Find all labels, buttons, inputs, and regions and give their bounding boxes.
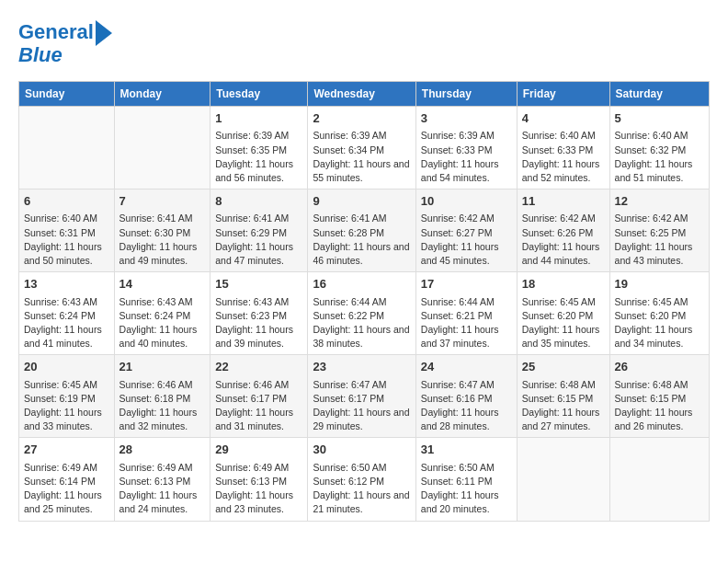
day-info: Sunrise: 6:39 AMSunset: 6:33 PMDaylight:…: [421, 129, 512, 185]
day-cell: 19Sunrise: 6:45 AMSunset: 6:20 PMDayligh…: [609, 272, 709, 355]
day-info: Sunrise: 6:40 AMSunset: 6:33 PMDaylight:…: [522, 129, 605, 185]
day-info: Sunrise: 6:41 AMSunset: 6:30 PMDaylight:…: [119, 212, 206, 268]
day-info: Sunrise: 6:47 AMSunset: 6:16 PMDaylight:…: [421, 378, 512, 434]
page-header: General Blue: [18, 18, 710, 66]
day-number: 15: [215, 276, 302, 293]
day-cell: 23Sunrise: 6:47 AMSunset: 6:17 PMDayligh…: [308, 355, 415, 438]
day-number: 29: [215, 442, 302, 458]
day-info: Sunrise: 6:46 AMSunset: 6:17 PMDaylight:…: [215, 378, 302, 434]
day-info: Sunrise: 6:40 AMSunset: 6:31 PMDaylight:…: [24, 212, 109, 268]
day-cell: 4Sunrise: 6:40 AMSunset: 6:33 PMDaylight…: [517, 107, 609, 190]
day-number: 27: [24, 442, 109, 458]
day-cell: 17Sunrise: 6:44 AMSunset: 6:21 PMDayligh…: [415, 272, 517, 355]
week-row-1: 6Sunrise: 6:40 AMSunset: 6:31 PMDaylight…: [19, 190, 710, 272]
day-number: 31: [421, 442, 512, 458]
day-number: 1: [215, 110, 302, 127]
day-info: Sunrise: 6:45 AMSunset: 6:19 PMDaylight:…: [24, 378, 109, 434]
day-cell: 22Sunrise: 6:46 AMSunset: 6:17 PMDayligh…: [210, 355, 308, 438]
day-info: Sunrise: 6:42 AMSunset: 6:27 PMDaylight:…: [421, 212, 512, 268]
day-info: Sunrise: 6:43 AMSunset: 6:23 PMDaylight:…: [215, 295, 302, 351]
week-row-0: 1Sunrise: 6:39 AMSunset: 6:35 PMDaylight…: [19, 107, 710, 190]
day-number: 4: [522, 110, 605, 127]
day-cell: 28Sunrise: 6:49 AMSunset: 6:13 PMDayligh…: [114, 438, 210, 521]
logo: General Blue: [18, 18, 112, 66]
day-cell: 11Sunrise: 6:42 AMSunset: 6:26 PMDayligh…: [517, 190, 609, 272]
day-number: 17: [421, 276, 512, 293]
day-number: 26: [615, 359, 704, 375]
week-row-4: 27Sunrise: 6:49 AMSunset: 6:14 PMDayligh…: [19, 438, 710, 521]
day-cell: [114, 107, 210, 190]
day-cell: 14Sunrise: 6:43 AMSunset: 6:24 PMDayligh…: [114, 272, 210, 355]
day-number: 28: [119, 442, 206, 458]
day-cell: 7Sunrise: 6:41 AMSunset: 6:30 PMDaylight…: [114, 190, 210, 272]
day-info: Sunrise: 6:45 AMSunset: 6:20 PMDaylight:…: [522, 295, 605, 351]
day-cell: 6Sunrise: 6:40 AMSunset: 6:31 PMDaylight…: [19, 190, 115, 272]
header-monday: Monday: [114, 82, 210, 107]
day-info: Sunrise: 6:47 AMSunset: 6:17 PMDaylight:…: [313, 378, 410, 434]
day-cell: 18Sunrise: 6:45 AMSunset: 6:20 PMDayligh…: [517, 272, 609, 355]
day-number: 11: [522, 193, 605, 210]
day-cell: 8Sunrise: 6:41 AMSunset: 6:29 PMDaylight…: [210, 190, 308, 272]
day-info: Sunrise: 6:41 AMSunset: 6:29 PMDaylight:…: [215, 212, 302, 268]
day-info: Sunrise: 6:43 AMSunset: 6:24 PMDaylight:…: [119, 295, 206, 351]
day-cell: 5Sunrise: 6:40 AMSunset: 6:32 PMDaylight…: [609, 107, 709, 190]
day-number: 2: [313, 110, 410, 127]
day-cell: 2Sunrise: 6:39 AMSunset: 6:34 PMDaylight…: [308, 107, 415, 190]
day-info: Sunrise: 6:43 AMSunset: 6:24 PMDaylight:…: [24, 295, 109, 351]
day-number: 30: [313, 442, 410, 458]
day-info: Sunrise: 6:44 AMSunset: 6:22 PMDaylight:…: [313, 295, 410, 351]
day-number: 9: [313, 193, 410, 210]
logo-arrow-icon: [96, 20, 112, 46]
day-number: 13: [24, 276, 109, 293]
day-info: Sunrise: 6:49 AMSunset: 6:13 PMDaylight:…: [215, 461, 302, 517]
day-number: 5: [615, 110, 704, 127]
day-cell: 1Sunrise: 6:39 AMSunset: 6:35 PMDaylight…: [210, 107, 308, 190]
calendar-header-row: SundayMondayTuesdayWednesdayThursdayFrid…: [19, 82, 710, 107]
header-friday: Friday: [517, 82, 609, 107]
day-info: Sunrise: 6:39 AMSunset: 6:35 PMDaylight:…: [215, 129, 302, 185]
day-number: 25: [522, 359, 605, 375]
day-cell: 13Sunrise: 6:43 AMSunset: 6:24 PMDayligh…: [19, 272, 115, 355]
header-tuesday: Tuesday: [210, 82, 308, 107]
day-info: Sunrise: 6:50 AMSunset: 6:12 PMDaylight:…: [313, 461, 410, 517]
day-number: 18: [522, 276, 605, 293]
day-info: Sunrise: 6:49 AMSunset: 6:13 PMDaylight:…: [119, 461, 206, 517]
day-cell: 24Sunrise: 6:47 AMSunset: 6:16 PMDayligh…: [415, 355, 517, 438]
day-number: 23: [313, 359, 410, 375]
day-cell: 12Sunrise: 6:42 AMSunset: 6:25 PMDayligh…: [609, 190, 709, 272]
day-cell: 15Sunrise: 6:43 AMSunset: 6:23 PMDayligh…: [210, 272, 308, 355]
header-thursday: Thursday: [415, 82, 517, 107]
header-saturday: Saturday: [609, 82, 709, 107]
day-number: 24: [421, 359, 512, 375]
day-number: 19: [615, 276, 704, 293]
day-number: 7: [119, 193, 206, 210]
day-info: Sunrise: 6:41 AMSunset: 6:28 PMDaylight:…: [313, 212, 410, 268]
day-cell: 31Sunrise: 6:50 AMSunset: 6:11 PMDayligh…: [415, 438, 517, 521]
day-cell: 27Sunrise: 6:49 AMSunset: 6:14 PMDayligh…: [19, 438, 115, 521]
week-row-2: 13Sunrise: 6:43 AMSunset: 6:24 PMDayligh…: [19, 272, 710, 355]
day-cell: [517, 438, 609, 521]
day-cell: 30Sunrise: 6:50 AMSunset: 6:12 PMDayligh…: [308, 438, 415, 521]
day-cell: [19, 107, 115, 190]
day-info: Sunrise: 6:48 AMSunset: 6:15 PMDaylight:…: [522, 378, 605, 434]
logo-text-line1: General: [18, 21, 94, 43]
day-cell: 9Sunrise: 6:41 AMSunset: 6:28 PMDaylight…: [308, 190, 415, 272]
day-info: Sunrise: 6:39 AMSunset: 6:34 PMDaylight:…: [313, 129, 410, 185]
header-wednesday: Wednesday: [308, 82, 415, 107]
day-cell: 29Sunrise: 6:49 AMSunset: 6:13 PMDayligh…: [210, 438, 308, 521]
day-info: Sunrise: 6:40 AMSunset: 6:32 PMDaylight:…: [615, 129, 704, 185]
day-number: 22: [215, 359, 302, 375]
day-number: 8: [215, 193, 302, 210]
day-info: Sunrise: 6:49 AMSunset: 6:14 PMDaylight:…: [24, 461, 109, 517]
day-number: 14: [119, 276, 206, 293]
week-row-3: 20Sunrise: 6:45 AMSunset: 6:19 PMDayligh…: [19, 355, 710, 438]
day-info: Sunrise: 6:42 AMSunset: 6:25 PMDaylight:…: [615, 212, 704, 268]
day-number: 20: [24, 359, 109, 375]
calendar-table: SundayMondayTuesdayWednesdayThursdayFrid…: [18, 81, 710, 521]
day-number: 3: [421, 110, 512, 127]
day-cell: [609, 438, 709, 521]
day-cell: 21Sunrise: 6:46 AMSunset: 6:18 PMDayligh…: [114, 355, 210, 438]
day-cell: 3Sunrise: 6:39 AMSunset: 6:33 PMDaylight…: [415, 107, 517, 190]
day-cell: 26Sunrise: 6:48 AMSunset: 6:15 PMDayligh…: [609, 355, 709, 438]
day-info: Sunrise: 6:45 AMSunset: 6:20 PMDaylight:…: [615, 295, 704, 351]
